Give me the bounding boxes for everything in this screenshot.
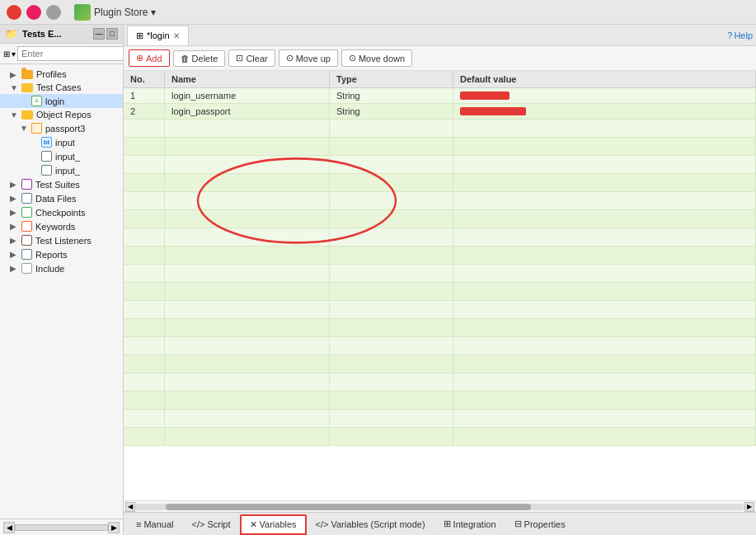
scroll-left-btn[interactable]: ◀ bbox=[3, 522, 15, 533]
sidebar-item-include[interactable]: ▶ Include bbox=[0, 261, 123, 275]
expand-arrow: ▶ bbox=[10, 250, 18, 259]
move-up-button[interactable]: ⊙ Move up bbox=[279, 49, 338, 67]
grid-header: No. Name Type Default value bbox=[124, 71, 756, 88]
cell-type-2[interactable]: String bbox=[330, 104, 453, 119]
cell-no-1: 1 bbox=[124, 88, 165, 103]
move-down-label: Move down bbox=[359, 54, 405, 63]
input2-label: input_ bbox=[55, 152, 80, 162]
cell-default-1[interactable] bbox=[453, 88, 756, 103]
sidebar-item-input2[interactable]: input_ bbox=[0, 149, 123, 163]
table-row-empty bbox=[124, 410, 756, 428]
table-row-empty bbox=[124, 156, 756, 174]
hscroll-area: ◀ ▶ bbox=[124, 500, 756, 512]
include-icon bbox=[21, 263, 32, 274]
sidebar-item-input3[interactable]: input_ bbox=[0, 163, 123, 177]
test-cases-label: Test Cases bbox=[36, 82, 81, 92]
sidebar-item-passport3[interactable]: ▼ passport3 bbox=[0, 121, 123, 135]
sidebar-minimize-btn[interactable]: — bbox=[93, 28, 105, 40]
expand-arrow: ▶ bbox=[10, 264, 18, 273]
table-row-empty bbox=[124, 265, 756, 283]
delete-label: Delete bbox=[192, 54, 218, 63]
delete-button[interactable]: 🗑 Delete bbox=[173, 50, 226, 67]
col-no: No. bbox=[124, 71, 165, 87]
input3-icon bbox=[41, 165, 52, 176]
table-row[interactable]: 1 login_username String bbox=[124, 88, 756, 104]
hscroll-left-btn[interactable]: ◀ bbox=[125, 502, 135, 512]
move-up-icon: ⊙ bbox=[286, 53, 293, 63]
table-row-empty bbox=[124, 192, 756, 210]
input2-icon bbox=[41, 151, 52, 162]
sidebar-item-login[interactable]: ≡ login bbox=[0, 94, 123, 108]
sidebar-item-test-suites[interactable]: ▶ Test Suites bbox=[0, 177, 123, 191]
sidebar-hscroll[interactable] bbox=[15, 524, 108, 531]
checkpoints-icon bbox=[21, 207, 32, 218]
close-icon[interactable] bbox=[7, 5, 21, 20]
maximize-icon[interactable] bbox=[46, 5, 61, 20]
tab-script[interactable]: </> Script bbox=[183, 515, 240, 533]
tab-integration[interactable]: ⊞ Integration bbox=[434, 514, 505, 533]
vscript-icon: </> bbox=[316, 519, 329, 529]
minimize-icon[interactable] bbox=[26, 5, 41, 20]
hscroll-right-btn[interactable]: ▶ bbox=[744, 502, 754, 512]
help-button[interactable]: ? Help bbox=[727, 31, 753, 40]
add-label: Add bbox=[146, 54, 162, 63]
tab-login[interactable]: ⊞ *login ✕ bbox=[127, 26, 189, 45]
search-input[interactable] bbox=[17, 46, 124, 61]
input-label: input bbox=[55, 138, 75, 148]
search-dropdown[interactable]: ▾ bbox=[12, 49, 16, 59]
plugin-dropdown-arrow[interactable]: ▾ bbox=[151, 7, 156, 18]
tab-login-close[interactable]: ✕ bbox=[173, 31, 180, 40]
test-suites-icon bbox=[21, 179, 32, 190]
sidebar-item-checkpoints[interactable]: ▶ Checkpoints bbox=[0, 205, 123, 219]
move-down-icon: ⊙ bbox=[349, 53, 356, 63]
scroll-right-btn[interactable]: ▶ bbox=[108, 522, 120, 533]
tab-login-label: *login bbox=[147, 31, 170, 40]
table-row-empty bbox=[124, 228, 756, 246]
reports-label: Reports bbox=[35, 250, 68, 260]
tab-properties[interactable]: ⊟ Properties bbox=[505, 514, 575, 533]
sidebar-item-object-repos[interactable]: ▼ Object Repos bbox=[0, 108, 123, 121]
keywords-label: Keywords bbox=[35, 222, 75, 232]
table-row-empty bbox=[124, 392, 756, 410]
tab-variables-script[interactable]: </> Variables (Script mode) bbox=[307, 515, 434, 533]
cell-name-2[interactable]: login_passport bbox=[165, 104, 330, 119]
clear-button[interactable]: ⊡ Clear bbox=[228, 49, 275, 67]
tab-integration-label: Integration bbox=[453, 519, 496, 529]
tab-variables-script-label: Variables (Script mode) bbox=[331, 519, 425, 529]
table-row-empty bbox=[124, 210, 756, 228]
cell-name-1[interactable]: login_username bbox=[165, 88, 330, 103]
include-label: Include bbox=[35, 264, 64, 274]
sidebar: 📁 Tests E... — □ ⊞ ▾ 🔍 ✕ ▶ Profiles bbox=[0, 25, 124, 535]
input3-label: input_ bbox=[55, 166, 80, 176]
sidebar-folder-icon: 📁 bbox=[5, 28, 16, 40]
sidebar-item-keywords[interactable]: ▶ Keywords bbox=[0, 219, 123, 233]
col-default: Default value bbox=[453, 71, 756, 87]
hscroll-thumb[interactable] bbox=[166, 504, 531, 510]
sidebar-maximize-btn[interactable]: □ bbox=[106, 28, 118, 40]
expand-arrow: ▶ bbox=[10, 70, 18, 79]
col-type: Type bbox=[330, 71, 453, 87]
plugin-store[interactable]: Plugin Store ▾ bbox=[74, 4, 156, 21]
integration-icon: ⊞ bbox=[444, 519, 451, 529]
hscroll-track[interactable] bbox=[135, 504, 744, 510]
cell-type-1[interactable]: String bbox=[330, 88, 453, 103]
add-button[interactable]: ⊕ Add bbox=[129, 49, 170, 67]
table-row[interactable]: 2 login_passport String bbox=[124, 104, 756, 120]
tab-variables[interactable]: ✕ Variables bbox=[240, 514, 307, 535]
sidebar-item-reports[interactable]: ▶ Reports bbox=[0, 247, 123, 261]
table-row-empty bbox=[124, 174, 756, 192]
cell-default-2[interactable] bbox=[453, 104, 756, 119]
sidebar-item-input[interactable]: bt input bbox=[0, 135, 123, 149]
sidebar-item-data-files[interactable]: ▶ Data Files bbox=[0, 191, 123, 205]
move-down-button[interactable]: ⊙ Move down bbox=[341, 49, 412, 67]
sidebar-item-test-listeners[interactable]: ▶ Test Listeners bbox=[0, 233, 123, 247]
window-controls bbox=[7, 5, 61, 20]
tab-manual[interactable]: ≡ Manual bbox=[127, 515, 183, 533]
test-suites-label: Test Suites bbox=[35, 180, 80, 190]
data-grid[interactable]: No. Name Type Default value 1 login_user… bbox=[124, 71, 756, 500]
sidebar-item-test-cases[interactable]: ▼ Test Cases bbox=[0, 81, 123, 94]
object-repos-label: Object Repos bbox=[36, 110, 92, 120]
sidebar-item-profiles[interactable]: ▶ Profiles bbox=[0, 68, 123, 81]
login-label: login bbox=[45, 96, 64, 106]
table-row-empty bbox=[124, 337, 756, 355]
